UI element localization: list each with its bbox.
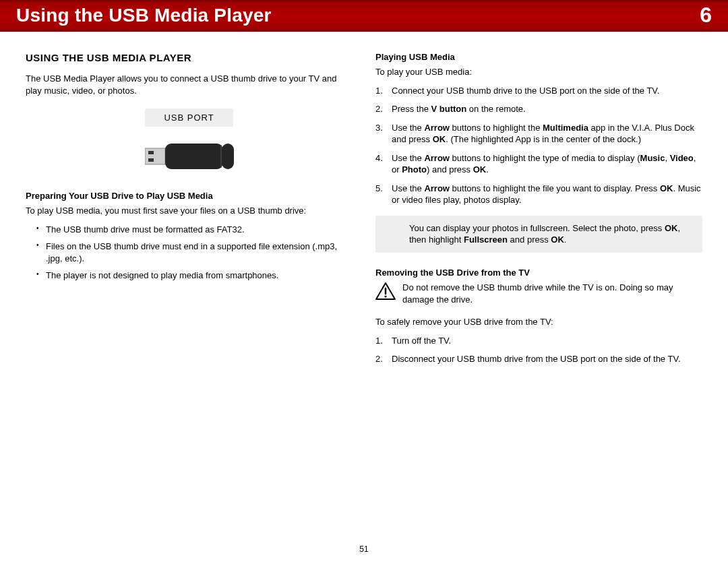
warning-icon	[375, 282, 396, 300]
section-heading: USING THE USB MEDIA PLAYER	[26, 52, 353, 63]
svg-point-8	[384, 295, 386, 297]
chapter-header: Using the USB Media Player 6	[0, 0, 728, 32]
intro-text: The USB Media Player allows you to conne…	[26, 73, 353, 96]
list-item: The USB thumb drive must be formatted as…	[36, 224, 353, 236]
svg-rect-3	[165, 144, 223, 169]
list-item: Connect your USB thumb drive to the USB …	[375, 85, 702, 97]
removing-intro: To safely remove your USB drive from the…	[375, 316, 702, 328]
preparing-intro: To play USB media, you must first save y…	[26, 205, 353, 217]
svg-rect-0	[145, 148, 165, 164]
usb-drive-illustration	[26, 142, 353, 173]
usb-port-label: USB PORT	[145, 108, 233, 127]
list-item: Disconnect your USB thumb drive from the…	[375, 353, 702, 365]
list-item: Press the V button on the remote.	[375, 103, 702, 115]
list-item: The player is not designed to play media…	[36, 270, 353, 282]
page-number: 51	[0, 544, 728, 554]
warning-callout: Do not remove the USB thumb drive while …	[375, 282, 702, 305]
right-column: Playing USB Media To play your USB media…	[375, 52, 702, 375]
list-item: Turn off the TV.	[375, 335, 702, 347]
preparing-list: The USB thumb drive must be formatted as…	[26, 224, 353, 282]
list-item: Use the Arrow buttons to highlight the t…	[375, 152, 702, 176]
removing-steps: Turn off the TV. Disconnect your USB thu…	[375, 335, 702, 365]
svg-rect-4	[222, 144, 234, 169]
fullscreen-note: You can display your photos in fullscree…	[375, 216, 702, 253]
preparing-heading: Preparing Your USB Drive to Play USB Med…	[26, 191, 353, 201]
playing-steps: Connect your USB thumb drive to the USB …	[375, 85, 702, 206]
removing-heading: Removing the USB Drive from the TV	[375, 268, 702, 278]
svg-rect-1	[148, 151, 154, 154]
list-item: Use the Arrow buttons to highlight the f…	[375, 183, 702, 206]
chapter-title: Using the USB Media Player	[16, 5, 272, 26]
playing-heading: Playing USB Media	[375, 52, 702, 62]
chapter-number: 6	[700, 3, 712, 28]
list-item: Files on the USB thumb drive must end in…	[36, 241, 353, 264]
svg-rect-2	[148, 158, 154, 162]
content-columns: USING THE USB MEDIA PLAYER The USB Media…	[0, 32, 728, 375]
playing-intro: To play your USB media:	[375, 66, 702, 78]
usb-port-callout: USB PORT	[26, 108, 353, 136]
left-column: USING THE USB MEDIA PLAYER The USB Media…	[26, 52, 353, 375]
list-item: Use the Arrow buttons to highlight the M…	[375, 122, 702, 146]
warning-text: Do not remove the USB thumb drive while …	[402, 282, 702, 305]
usb-drive-icon	[145, 142, 234, 171]
